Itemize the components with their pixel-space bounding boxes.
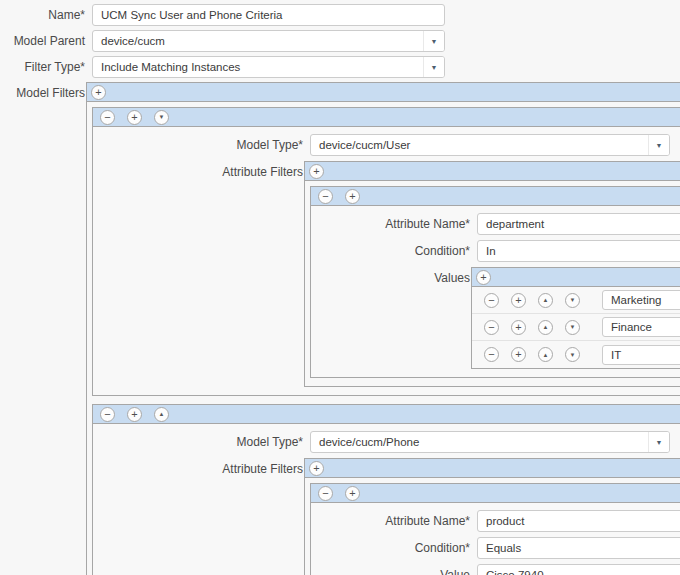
- model-filters-label: Model Filters: [0, 82, 92, 104]
- value-item-row: − + ▲ ▼ Marketing: [472, 287, 680, 314]
- name-row: Name* UCM Sync User and Phone Criteria: [0, 4, 680, 26]
- add-button[interactable]: +: [127, 110, 142, 125]
- attribute-filter-panel: − + Attribute Name* department: [310, 186, 680, 378]
- value-row: Value Cisco 7940: [311, 564, 680, 575]
- filter-type-label: Filter Type*: [0, 56, 92, 78]
- model-filters-addbar: +: [87, 83, 680, 102]
- add-button[interactable]: +: [511, 293, 526, 308]
- filter-type-value: Include Matching Instances: [93, 57, 423, 77]
- model-type-label: Model Type*: [93, 431, 310, 453]
- attribute-name-label: Attribute Name*: [311, 213, 477, 235]
- remove-button[interactable]: −: [318, 486, 333, 501]
- model-parent-label: Model Parent: [0, 30, 92, 52]
- values-addbar: +: [472, 268, 680, 287]
- attribute-name-label: Attribute Name*: [311, 510, 477, 532]
- panel-header: − +: [311, 484, 680, 503]
- value-row-buttons: − + ▲ ▼: [484, 320, 580, 335]
- value-input[interactable]: Cisco 7940: [477, 564, 680, 575]
- move-down-button[interactable]: ▼: [565, 293, 580, 308]
- model-type-row: Model Type* device/cucm/Phone ▼: [93, 431, 680, 453]
- model-type-select[interactable]: device/cucm/Phone ▼: [310, 431, 670, 453]
- add-value-button[interactable]: +: [476, 270, 491, 285]
- attribute-filters-addbar: +: [305, 459, 680, 478]
- move-down-button[interactable]: ▼: [154, 110, 169, 125]
- dropdown-arrow-icon[interactable]: ▼: [648, 135, 669, 155]
- add-button[interactable]: +: [345, 189, 360, 204]
- attribute-name-input[interactable]: department: [477, 213, 680, 235]
- add-button[interactable]: +: [511, 347, 526, 362]
- condition-input[interactable]: Equals: [477, 537, 680, 559]
- value-input[interactable]: Finance: [602, 317, 680, 337]
- condition-label: Condition*: [311, 537, 477, 559]
- panel-body: Attribute Name* product Condition* Equal…: [311, 503, 680, 575]
- attribute-filters-row: Attribute Filters + − +: [93, 161, 680, 387]
- attribute-filters-list: + − + Attribute Name*: [304, 161, 680, 387]
- model-type-label: Model Type*: [93, 134, 310, 156]
- dropdown-arrow-icon[interactable]: ▼: [423, 31, 444, 51]
- model-filter-panel-phone: − + ▲ Model Type* device/cucm/Phone ▼ At…: [92, 404, 680, 575]
- model-type-value: device/cucm/User: [311, 135, 648, 155]
- model-filters-row: Model Filters + − + ▼ Model Type* device…: [0, 82, 680, 575]
- remove-button[interactable]: −: [484, 320, 499, 335]
- value-input[interactable]: IT: [602, 345, 680, 365]
- value-item-row: − + ▲ ▼ IT: [472, 341, 680, 368]
- value-input[interactable]: Marketing: [602, 290, 680, 310]
- attribute-filter-panel: − + Attribute Name* product C: [310, 483, 680, 575]
- panel-header: − + ▼: [93, 108, 680, 127]
- remove-button[interactable]: −: [100, 407, 115, 422]
- remove-button[interactable]: −: [484, 347, 499, 362]
- criteria-form: Name* UCM Sync User and Phone Criteria M…: [0, 0, 680, 575]
- add-attribute-filter-button[interactable]: +: [309, 461, 324, 476]
- condition-row: Condition* Equals: [311, 537, 680, 559]
- move-up-button[interactable]: ▲: [538, 320, 553, 335]
- add-button[interactable]: +: [127, 407, 142, 422]
- dropdown-arrow-icon[interactable]: ▼: [648, 432, 669, 452]
- panel-header: − +: [311, 187, 680, 206]
- panel-body: Model Type* device/cucm/User ▼ Attribute…: [93, 127, 680, 395]
- attribute-name-input[interactable]: product: [477, 510, 680, 532]
- attribute-filters-row: Attribute Filters + − +: [93, 458, 680, 575]
- condition-row: Condition* In: [311, 240, 680, 262]
- model-filters-list: + − + ▼ Model Type* device/cucm/User ▼: [86, 82, 680, 575]
- attribute-name-row: Attribute Name* product: [311, 510, 680, 532]
- remove-button[interactable]: −: [484, 293, 499, 308]
- move-down-button[interactable]: ▼: [565, 347, 580, 362]
- move-down-button[interactable]: ▼: [565, 320, 580, 335]
- move-up-button[interactable]: ▲: [538, 347, 553, 362]
- model-parent-select[interactable]: device/cucm ▼: [92, 30, 445, 52]
- attribute-filters-list: + − + Attribute Name*: [304, 458, 680, 575]
- remove-button[interactable]: −: [100, 110, 115, 125]
- attribute-filters-label: Attribute Filters: [93, 458, 310, 480]
- dropdown-arrow-icon[interactable]: ▼: [423, 57, 444, 77]
- filter-type-select[interactable]: Include Matching Instances ▼: [92, 56, 445, 78]
- move-up-button[interactable]: ▲: [154, 407, 169, 422]
- add-model-filter-button[interactable]: +: [91, 85, 106, 100]
- move-up-button[interactable]: ▲: [538, 293, 553, 308]
- value-row-buttons: − + ▲ ▼: [484, 347, 580, 362]
- values-list: + − + ▲ ▼: [471, 267, 680, 369]
- name-input[interactable]: UCM Sync User and Phone Criteria: [92, 4, 445, 26]
- remove-button[interactable]: −: [318, 189, 333, 204]
- condition-label: Condition*: [311, 240, 477, 262]
- panel-body: Model Type* device/cucm/Phone ▼ Attribut…: [93, 424, 680, 575]
- model-filter-panel-user: − + ▼ Model Type* device/cucm/User ▼ Att…: [92, 107, 680, 396]
- panel-body: Attribute Name* department Condition* In…: [311, 206, 680, 377]
- values-label: Values: [311, 267, 477, 289]
- values-row: Values + −: [311, 267, 680, 369]
- panel-header: − + ▲: [93, 405, 680, 424]
- name-label: Name*: [0, 4, 92, 26]
- model-parent-value: device/cucm: [93, 31, 423, 51]
- attribute-name-row: Attribute Name* department: [311, 213, 680, 235]
- add-attribute-filter-button[interactable]: +: [309, 164, 324, 179]
- attribute-filters-addbar: +: [305, 162, 680, 181]
- model-parent-row: Model Parent device/cucm ▼: [0, 30, 680, 52]
- filter-type-row: Filter Type* Include Matching Instances …: [0, 56, 680, 78]
- value-row-buttons: − + ▲ ▼: [484, 293, 580, 308]
- model-type-row: Model Type* device/cucm/User ▼: [93, 134, 680, 156]
- value-item-row: − + ▲ ▼ Finance: [472, 314, 680, 341]
- model-type-select[interactable]: device/cucm/User ▼: [310, 134, 670, 156]
- model-type-value: device/cucm/Phone: [311, 432, 648, 452]
- condition-input[interactable]: In: [477, 240, 680, 262]
- add-button[interactable]: +: [511, 320, 526, 335]
- add-button[interactable]: +: [345, 486, 360, 501]
